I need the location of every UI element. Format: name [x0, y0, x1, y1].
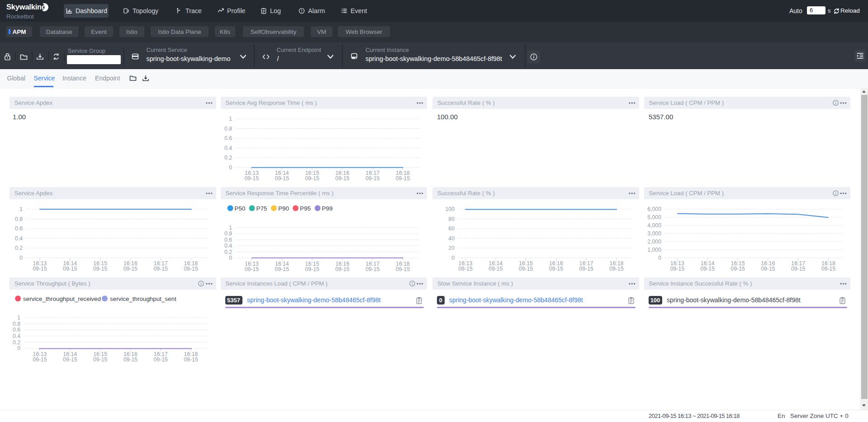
svg-text:09-15: 09-15: [395, 175, 410, 182]
svg-text:09-15: 09-15: [609, 266, 624, 272]
svg-text:09-15: 09-15: [489, 266, 503, 272]
svg-text:09-15: 09-15: [93, 356, 108, 363]
svg-text:09-15: 09-15: [395, 266, 410, 272]
svg-text:09-15: 09-15: [153, 356, 168, 363]
svg-text:0.4: 0.4: [15, 235, 23, 242]
svg-text:2,000: 2,000: [647, 239, 661, 245]
svg-text:40: 40: [448, 235, 455, 242]
svg-text:0.8: 0.8: [224, 126, 232, 132]
svg-text:0.8: 0.8: [224, 230, 232, 237]
svg-text:P99: P99: [322, 205, 332, 212]
svg-text:0.6: 0.6: [13, 327, 20, 333]
svg-text:0: 0: [451, 255, 455, 261]
svg-text:1: 1: [229, 116, 232, 122]
svg-text:09-15: 09-15: [275, 266, 289, 272]
svg-text:0.2: 0.2: [224, 249, 232, 255]
svg-text:0.4: 0.4: [13, 333, 20, 339]
svg-text:0: 0: [658, 255, 661, 261]
svg-text:P50: P50: [234, 205, 245, 212]
svg-text:3,000: 3,000: [647, 230, 661, 237]
svg-text:09-15: 09-15: [33, 356, 47, 363]
svg-text:09-15: 09-15: [63, 266, 77, 272]
svg-text:4,000: 4,000: [647, 222, 661, 229]
svg-text:0.2: 0.2: [13, 339, 20, 346]
svg-text:P90: P90: [278, 205, 289, 212]
svg-text:09-15: 09-15: [93, 266, 108, 272]
svg-text:0: 0: [229, 255, 232, 261]
svg-text:09-15: 09-15: [123, 266, 138, 272]
svg-text:0.8: 0.8: [15, 216, 23, 222]
svg-text:09-15: 09-15: [519, 266, 533, 272]
svg-text:09-15: 09-15: [275, 175, 289, 182]
svg-text:0.6: 0.6: [224, 237, 232, 243]
svg-text:09-15: 09-15: [335, 175, 350, 182]
svg-text:09-15: 09-15: [365, 175, 379, 182]
svg-text:100: 100: [445, 206, 455, 212]
svg-text:09-15: 09-15: [761, 266, 775, 272]
svg-text:09-15: 09-15: [579, 266, 593, 272]
svg-text:09-15: 09-15: [730, 266, 745, 272]
svg-text:09-15: 09-15: [244, 266, 259, 272]
svg-text:P75: P75: [256, 205, 267, 212]
svg-text:6,000: 6,000: [647, 206, 661, 212]
svg-text:20: 20: [448, 245, 455, 251]
svg-text:0.8: 0.8: [13, 321, 20, 327]
svg-text:09-15: 09-15: [63, 356, 77, 363]
svg-text:1: 1: [17, 314, 20, 321]
svg-text:0: 0: [17, 345, 20, 352]
svg-text:60: 60: [448, 225, 455, 232]
svg-text:09-15: 09-15: [365, 266, 379, 272]
svg-text:09-15: 09-15: [153, 266, 168, 272]
svg-text:P95: P95: [300, 205, 311, 212]
svg-text:09-15: 09-15: [244, 175, 259, 182]
svg-text:0.2: 0.2: [15, 245, 23, 251]
svg-text:09-15: 09-15: [184, 266, 198, 272]
svg-text:80: 80: [448, 216, 455, 222]
svg-text:0.2: 0.2: [224, 155, 232, 161]
svg-text:1: 1: [229, 225, 232, 231]
svg-text:0.4: 0.4: [224, 145, 232, 151]
svg-text:09-15: 09-15: [549, 266, 564, 272]
svg-text:09-15: 09-15: [458, 266, 473, 272]
svg-text:0.6: 0.6: [224, 135, 232, 141]
svg-text:0: 0: [229, 164, 232, 171]
svg-text:09-15: 09-15: [33, 266, 47, 272]
svg-text:09-15: 09-15: [305, 266, 319, 272]
svg-text:09-15: 09-15: [305, 175, 319, 182]
svg-text:09-15: 09-15: [821, 266, 835, 272]
svg-text:09-15: 09-15: [335, 266, 350, 272]
svg-text:service_throughput_sent: service_throughput_sent: [110, 295, 176, 302]
svg-text:09-15: 09-15: [670, 266, 684, 272]
svg-text:09-15: 09-15: [184, 356, 198, 363]
svg-text:5,000: 5,000: [647, 214, 661, 220]
svg-text:1,000: 1,000: [647, 247, 661, 253]
svg-text:0: 0: [19, 255, 23, 261]
svg-text:0.4: 0.4: [224, 243, 232, 249]
svg-text:09-15: 09-15: [791, 266, 805, 272]
svg-text:09-15: 09-15: [123, 356, 138, 363]
svg-text:09-15: 09-15: [700, 266, 715, 272]
svg-text:1: 1: [19, 206, 23, 212]
svg-text:service_throughput_received: service_throughput_received: [23, 295, 101, 302]
svg-text:0.6: 0.6: [15, 225, 23, 232]
